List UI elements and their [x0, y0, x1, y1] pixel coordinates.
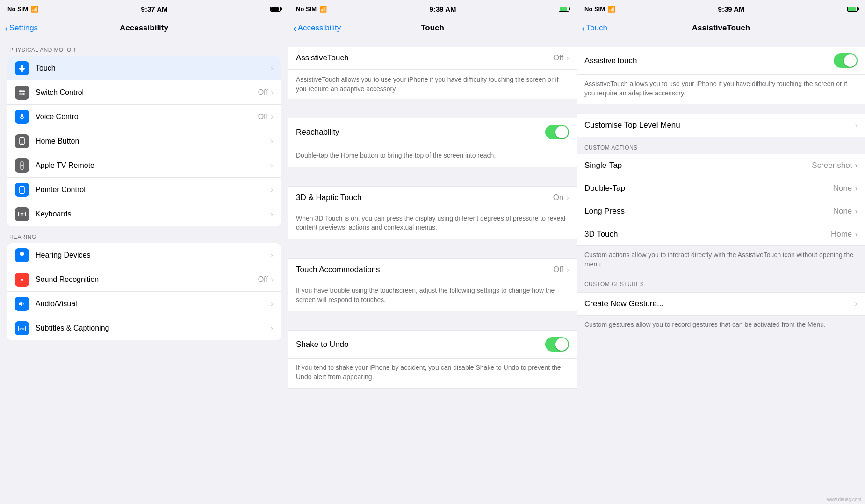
- list-item[interactable]: Long Press None ›: [577, 200, 865, 223]
- create-gesture-label: Create New Gesture...: [584, 299, 663, 309]
- voice-control-value: Off: [258, 113, 268, 121]
- panel-touch: No SIM 📶 9:39 AM ‹ Accessibility Touch A…: [288, 0, 577, 504]
- at-desc-3: AssistiveTouch allows you to use your iP…: [577, 75, 865, 104]
- reachability-toggle[interactable]: [545, 125, 569, 139]
- switch-control-chevron: ›: [271, 88, 273, 97]
- nav-bar-1: ‹ Settings Accessibility: [0, 17, 288, 39]
- svg-point-3: [23, 93, 25, 95]
- touch-acc-label: Touch Accommodations: [296, 265, 380, 274]
- haptic-touch-right: On ›: [553, 193, 569, 202]
- switch-control-label: Switch Control: [36, 88, 258, 97]
- at-description-2: AssistiveTouch allows you to use your iP…: [288, 70, 577, 99]
- status-bar-1: No SIM 📶 9:37 AM: [0, 0, 288, 17]
- haptic-touch-row[interactable]: 3D & Haptic Touch On ›: [288, 186, 577, 209]
- watermark: www.deuag.com: [827, 497, 861, 502]
- list-item[interactable]: 3D Touch Home ›: [577, 223, 865, 245]
- panel-assistive-touch: No SIM 📶 9:39 AM ‹ Touch AssistiveTouch …: [577, 0, 865, 504]
- long-press-value: None: [833, 207, 852, 216]
- nav-title-3: AssistiveTouch: [692, 23, 750, 33]
- touch-acc-value: Off: [553, 265, 563, 274]
- wifi-icon-3: 📶: [608, 6, 615, 13]
- back-button-1[interactable]: ‹ Settings: [5, 23, 38, 33]
- subtitles-chevron: ›: [271, 324, 273, 332]
- carrier-3: No SIM 📶: [584, 6, 615, 13]
- switch-control-icon: [15, 86, 29, 100]
- audio-visual-icon: [15, 297, 29, 311]
- list-item[interactable]: Keyboards ›: [7, 202, 281, 226]
- touch-acc-row[interactable]: Touch Accommodations Off ›: [288, 258, 577, 281]
- custom-actions-desc: Custom actions allow you to interact dir…: [577, 246, 865, 274]
- list-item[interactable]: Apple TV Remote ›: [7, 153, 281, 178]
- touch-label: Touch: [36, 64, 271, 72]
- shake-undo-toggle[interactable]: [545, 337, 569, 352]
- list-item[interactable]: Audio/Visual ›: [7, 292, 281, 316]
- voice-control-chevron: ›: [271, 113, 273, 121]
- list-item[interactable]: Home Button ›: [7, 129, 281, 153]
- list-item[interactable]: Voice Control Off ›: [7, 105, 281, 129]
- nav-bar-3: ‹ Touch AssistiveTouch: [577, 17, 865, 39]
- list-item[interactable]: Single-Tap Screenshot ›: [577, 154, 865, 177]
- time-2: 9:39 AM: [430, 5, 456, 13]
- touch-icon: [15, 61, 29, 75]
- single-tap-label: Single-Tap: [584, 161, 622, 170]
- list-item[interactable]: Hearing Devices ›: [7, 243, 281, 267]
- apple-tv-remote-label: Apple TV Remote: [36, 161, 271, 170]
- list-item[interactable]: Touch ›: [7, 56, 281, 80]
- double-tap-chevron: ›: [855, 184, 858, 193]
- battery-fill-2: [560, 7, 567, 11]
- create-gesture-row[interactable]: Create New Gesture... ›: [577, 293, 865, 315]
- customise-menu-row[interactable]: Customise Top Level Menu ›: [577, 114, 865, 137]
- list-item[interactable]: Subtitles & Captioning ›: [7, 316, 281, 340]
- audio-visual-label: Audio/Visual: [36, 300, 271, 308]
- panel-accessibility: No SIM 📶 9:37 AM ‹ Settings Accessibilit…: [0, 0, 288, 504]
- pointer-control-icon: [15, 183, 29, 197]
- battery-area-1: [270, 7, 281, 12]
- subtitles-icon: [15, 321, 29, 335]
- carrier-label-1: No SIM: [7, 6, 28, 13]
- time-1: 9:37 AM: [141, 5, 168, 13]
- wifi-icon-2: 📶: [319, 6, 327, 13]
- at-value-text-2: Off: [553, 53, 563, 63]
- hearing-devices-icon: [15, 248, 29, 262]
- carrier-label-3: No SIM: [584, 6, 605, 13]
- shake-undo-row[interactable]: Shake to Undo: [288, 330, 577, 359]
- gap-r: [288, 99, 577, 108]
- hearing-devices-chevron: ›: [271, 251, 273, 259]
- double-tap-label: Double-Tap: [584, 184, 625, 193]
- reachability-row[interactable]: Reachability: [288, 118, 577, 146]
- at-value-2: Off ›: [553, 53, 569, 63]
- shake-undo-toggle-knob: [555, 338, 568, 351]
- at-toggle-row-3[interactable]: AssistiveTouch: [577, 47, 865, 75]
- double-tap-right: None ›: [833, 184, 858, 193]
- touch-acc-desc: If you have trouble using the touchscree…: [288, 281, 577, 311]
- gap-3d: [288, 167, 577, 177]
- sound-recognition-value: Off: [258, 275, 268, 284]
- carrier-1: No SIM 📶: [7, 6, 38, 13]
- back-label-3: Touch: [586, 23, 607, 33]
- haptic-touch-label: 3D & Haptic Touch: [296, 193, 361, 202]
- double-tap-value: None: [833, 184, 852, 193]
- nav-title-1: Accessibility: [120, 23, 168, 33]
- at-label-2: AssistiveTouch: [296, 53, 348, 63]
- gestures-list: Create New Gesture... ›: [577, 292, 865, 316]
- create-gesture-chevron: ›: [855, 299, 858, 309]
- assistive-touch-row-2[interactable]: AssistiveTouch Off ›: [288, 47, 577, 70]
- back-button-2[interactable]: ‹ Accessibility: [293, 23, 341, 33]
- reachability-label: Reachability: [296, 128, 339, 137]
- list-item[interactable]: Double-Tap None ›: [577, 177, 865, 200]
- audio-visual-chevron: ›: [271, 300, 273, 308]
- 3d-touch-value: Home: [831, 230, 852, 239]
- carrier-label-2: No SIM: [296, 6, 317, 13]
- list-item[interactable]: Sound Recognition Off ›: [7, 267, 281, 292]
- shake-undo-label: Shake to Undo: [296, 340, 348, 349]
- list-item[interactable]: Pointer Control ›: [7, 178, 281, 202]
- svg-point-10: [22, 187, 22, 188]
- at-toggle-3[interactable]: [834, 53, 858, 68]
- battery-icon-2: [559, 7, 569, 12]
- long-press-chevron: ›: [855, 207, 858, 216]
- 3d-touch-label: 3D Touch: [584, 230, 618, 239]
- list-item[interactable]: Switch Control Off ›: [7, 80, 281, 105]
- home-button-icon: [15, 134, 29, 148]
- wifi-icon-1: 📶: [31, 6, 38, 13]
- back-button-3[interactable]: ‹ Touch: [582, 23, 607, 33]
